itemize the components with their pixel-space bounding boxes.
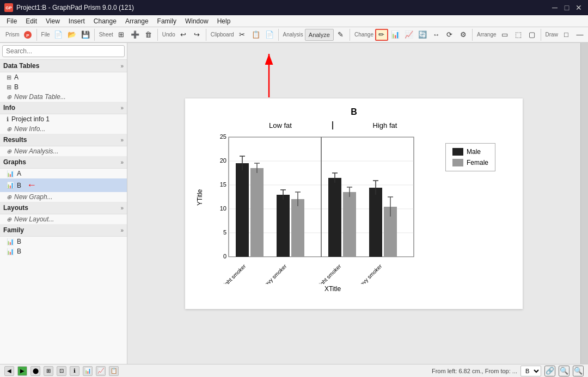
toolbar-file-section: File 📄 📂 💾: [38, 29, 95, 41]
sidebar-add-layout[interactable]: ⊕ New Layout...: [0, 214, 127, 224]
graph-selector-dropdown[interactable]: B: [520, 366, 541, 376]
sidebar-add-data-table[interactable]: ⊕ New Data Table...: [0, 92, 127, 102]
change-plot-button[interactable]: 📈: [402, 29, 415, 41]
analyze-button[interactable]: Analyze: [305, 29, 334, 41]
legend: Male Female: [445, 143, 495, 171]
sidebar-item-dt-a[interactable]: ⊞ A: [0, 72, 127, 82]
menu-help[interactable]: Help: [213, 16, 235, 26]
bar-lf-hs-female: [291, 199, 304, 257]
open-file-button[interactable]: 📂: [65, 29, 78, 41]
legend-male: Male: [452, 148, 488, 156]
draw-line-button[interactable]: —: [573, 29, 586, 41]
nav-prev-button[interactable]: ◀: [4, 366, 14, 376]
status-icon5-button[interactable]: 📈: [96, 366, 106, 376]
sidebar-item-project-info[interactable]: ℹ Project info 1: [0, 114, 127, 124]
menu-bar: File Edit View Insert Change Arrange Fam…: [0, 15, 588, 27]
status-icon3-button[interactable]: ℹ: [70, 366, 79, 376]
change-arrow-button[interactable]: ↔: [430, 29, 443, 41]
sheet-add-button[interactable]: ➕: [128, 29, 142, 41]
change-swap-button[interactable]: 🔄: [416, 29, 429, 41]
sidebar-item-graph-a[interactable]: 📊 A: [0, 169, 127, 178]
close-button[interactable]: ✕: [574, 3, 584, 13]
graph-panel: B YTitle Low fat High fat: [185, 98, 523, 309]
family-expand-icon[interactable]: »: [120, 227, 124, 233]
layouts-header[interactable]: Layouts »: [0, 202, 127, 214]
save-button[interactable]: 💾: [79, 29, 92, 41]
menu-change[interactable]: Change: [89, 16, 121, 26]
arrange-move-button[interactable]: ⬚: [512, 29, 525, 41]
sidebar-add-analysis[interactable]: ⊕ New Analysis...: [0, 146, 127, 156]
analysis-pencil-button[interactable]: ✎: [334, 29, 347, 41]
status-icon1-button[interactable]: ⊞: [44, 366, 53, 376]
data-tables-expand-icon[interactable]: »: [120, 63, 124, 69]
sidebar-section-layouts: Layouts » ⊕ New Layout...: [0, 202, 127, 224]
sidebar-section-graphs: Graphs » 📊 A 📊 B ← ⊕ New Graph...: [0, 156, 127, 202]
change-refresh-button[interactable]: ⟳: [443, 29, 456, 41]
family-header[interactable]: Family »: [0, 224, 127, 237]
sidebar-section-results: Results » ⊕ New Analysis...: [0, 134, 127, 156]
undo-button[interactable]: ↩: [177, 29, 190, 41]
nav-stop-button[interactable]: ⬤: [30, 366, 40, 376]
status-right: From left: 6.82 cm., From top: ... B 🔗 🔍…: [432, 366, 584, 376]
info-header[interactable]: Info »: [0, 102, 127, 114]
info-expand-icon[interactable]: »: [120, 105, 124, 111]
arrange-size-button[interactable]: ▢: [525, 29, 538, 41]
sidebar-item-family-b1[interactable]: 📊 B: [0, 237, 127, 246]
new-file-button[interactable]: 📄: [52, 29, 65, 41]
prism-home-button[interactable]: P: [21, 29, 34, 41]
data-tables-header[interactable]: Data Tables »: [0, 60, 127, 72]
status-icon2-button[interactable]: ⊡: [57, 366, 66, 376]
graphs-header[interactable]: Graphs »: [0, 156, 127, 169]
copy-button[interactable]: 📋: [249, 29, 262, 41]
minimize-button[interactable]: ─: [550, 3, 560, 13]
graphs-expand-icon[interactable]: »: [120, 159, 124, 165]
menu-family[interactable]: Family: [153, 16, 181, 26]
menu-insert[interactable]: Insert: [64, 16, 89, 26]
dt-a-label: A: [14, 73, 19, 81]
prism-label: Prism: [4, 32, 21, 38]
results-header[interactable]: Results »: [0, 134, 127, 146]
status-left: ◀ ▶ ⬤ ⊞ ⊡ ℹ 📊 📈 📋: [4, 366, 119, 376]
status-link-button[interactable]: 🔗: [544, 366, 555, 376]
status-icon6-button[interactable]: 📋: [109, 366, 119, 376]
legend-female-label: Female: [467, 159, 488, 166]
sidebar-add-graph[interactable]: ⊕ New Graph...: [0, 192, 127, 202]
cut-button[interactable]: ✂: [236, 29, 249, 41]
sidebar-section-data-tables: Data Tables » ⊞ A ⊞ B ⊕ New Data Table..…: [0, 60, 127, 102]
add-icon: ⊕: [7, 194, 11, 201]
toolbar-sheet-section: Sheet ⊞ ➕ 🗑: [96, 29, 158, 41]
arrange-rect-button[interactable]: ▭: [498, 29, 511, 41]
sidebar: Data Tables » ⊞ A ⊞ B ⊕ New Data Table..…: [0, 43, 127, 364]
draw-rect-button[interactable]: □: [560, 29, 573, 41]
menu-view[interactable]: View: [41, 16, 64, 26]
sheet-table-button[interactable]: ⊞: [115, 29, 128, 41]
clipboard-label: Clipboard: [210, 32, 235, 38]
right-scrollbar[interactable]: [580, 43, 588, 364]
change-edit-button[interactable]: ✏: [375, 29, 388, 41]
menu-edit[interactable]: Edit: [21, 16, 41, 26]
chart-column: Low fat High fat 0: [207, 121, 437, 293]
sheet-delete-button[interactable]: 🗑: [142, 29, 155, 41]
search-input[interactable]: [2, 45, 125, 57]
results-expand-icon[interactable]: »: [120, 137, 124, 143]
sidebar-item-graph-b[interactable]: 📊 B ←: [0, 178, 127, 192]
menu-arrange[interactable]: Arrange: [121, 16, 153, 26]
menu-file[interactable]: File: [2, 16, 21, 26]
layouts-expand-icon[interactable]: »: [120, 205, 124, 211]
results-new-label: New Analysis...: [14, 147, 59, 155]
paste-button[interactable]: 📄: [263, 29, 276, 41]
status-zoom-out-button[interactable]: 🔍: [573, 366, 584, 376]
maximize-button[interactable]: □: [562, 3, 572, 13]
change-graph-type-button[interactable]: 📊: [389, 29, 402, 41]
sidebar-add-info[interactable]: ⊕ New Info...: [0, 124, 127, 134]
menu-window[interactable]: Window: [181, 16, 213, 26]
sidebar-item-family-b2[interactable]: 📊 B: [0, 246, 127, 256]
red-arrow-sidebar: ←: [27, 180, 36, 191]
nav-play-button[interactable]: ▶: [17, 366, 27, 376]
status-zoom-in-button[interactable]: 🔍: [559, 366, 569, 376]
sidebar-item-dt-b[interactable]: ⊞ B: [0, 82, 127, 92]
redo-button[interactable]: ↪: [191, 29, 204, 41]
table-icon: ⊞: [7, 84, 11, 91]
status-icon4-button[interactable]: 📊: [83, 366, 93, 376]
change-settings-button[interactable]: ⚙: [457, 29, 470, 41]
